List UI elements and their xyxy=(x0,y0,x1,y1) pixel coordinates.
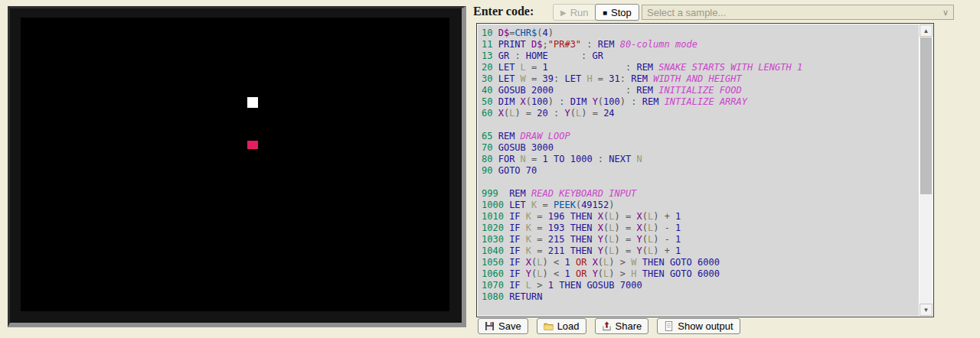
code-line[interactable]: 1020 IF K = 193 THEN X(L) = X(L) - 1 xyxy=(482,223,919,234)
code-line[interactable]: 1040 IF K = 211 THEN Y(L) = Y(L) + 1 xyxy=(482,245,919,257)
enter-code-label: Enter code: xyxy=(473,5,534,18)
code-line[interactable]: 999 REM READ KEYBOARD INPUT xyxy=(482,188,919,200)
code-line[interactable]: 13 GR : HOME : GR xyxy=(482,50,919,62)
scrollbar-thumb[interactable] xyxy=(920,37,932,194)
stop-button-label: Stop xyxy=(611,7,632,18)
share-button[interactable]: Share xyxy=(595,318,649,334)
code-line[interactable]: 40 GOSUB 2000 : REM INITIALIZE FOOD xyxy=(482,85,919,96)
code-line[interactable]: 11 PRINT D$;"PR#3" : REM 80-column mode xyxy=(482,39,919,50)
code-content[interactable]: 10 D$=CHR$(4)11 PRINT D$;"PR#3" : REM 80… xyxy=(478,24,919,316)
save-button[interactable]: Save xyxy=(478,318,528,334)
code-line[interactable]: 60 X(L) = 20 : Y(L) = 24 xyxy=(482,108,919,119)
document-icon xyxy=(664,321,674,331)
code-line[interactable]: 10 D$=CHR$(4) xyxy=(482,28,919,39)
run-button[interactable]: ▶ Run xyxy=(553,4,596,21)
code-line[interactable]: 1010 IF K = 196 THEN X(L) = X(L) + 1 xyxy=(482,211,919,223)
sample-select-value: Select a sample... xyxy=(647,7,942,18)
code-line[interactable]: 1070 IF L > 1 THEN GOSUB 7000 xyxy=(482,280,919,291)
share-button-label: Share xyxy=(616,320,642,332)
sample-select[interactable]: Select a sample... ∨ xyxy=(642,5,954,20)
code-line[interactable] xyxy=(482,119,919,131)
code-line[interactable]: 1999 REM INITIALIZE FOOD xyxy=(482,314,919,316)
apple2-screen[interactable] xyxy=(21,18,449,311)
save-button-label: Save xyxy=(498,320,521,332)
chevron-down-icon: ∨ xyxy=(942,8,949,18)
code-line[interactable]: 90 GOTO 70 xyxy=(482,165,919,177)
code-line[interactable]: 70 GOSUB 3000 xyxy=(482,142,919,154)
code-line[interactable]: 65 REM DRAW LOOP xyxy=(482,131,919,142)
code-line[interactable] xyxy=(482,303,919,314)
stop-button[interactable]: ■ Stop xyxy=(595,4,639,21)
food-block xyxy=(247,141,258,149)
folder-icon xyxy=(544,321,554,331)
jsbasic-app: Enter code: ▶ Run ■ Stop Select a sample… xyxy=(0,0,980,338)
code-line[interactable]: 30 LET W = 39: LET H = 31: REM WIDTH AND… xyxy=(482,73,919,85)
code-line[interactable]: 1000 LET K = PEEK(49152) xyxy=(482,200,919,211)
footer-toolbar: Save Load Share xyxy=(478,318,740,334)
monitor-bezel xyxy=(8,6,466,327)
code-line[interactable]: 1030 IF K = 215 THEN Y(L) = Y(L) - 1 xyxy=(482,234,919,245)
code-line[interactable]: 1060 IF Y(L) < 1 OR Y(L) > H THEN GOTO 6… xyxy=(482,268,919,280)
show-output-button[interactable]: Show output xyxy=(657,318,740,334)
code-line[interactable]: 80 FOR N = 1 TO 1000 : NEXT N xyxy=(482,154,919,165)
load-button-label: Load xyxy=(557,320,580,332)
code-editor[interactable]: 10 D$=CHR$(4)11 PRINT D$;"PR#3" : REM 80… xyxy=(476,23,934,317)
show-output-button-label: Show output xyxy=(678,320,733,332)
code-line[interactable]: 20 LET L = 1 : REM SNAKE STARTS WITH LEN… xyxy=(482,62,919,73)
stop-square-icon: ■ xyxy=(603,8,607,17)
play-icon: ▶ xyxy=(560,8,567,17)
code-line[interactable]: 1080 RETURN xyxy=(482,291,919,303)
code-line[interactable]: 50 DIM X(100) : DIM Y(100) : REM INTIALI… xyxy=(482,96,919,108)
snake-block xyxy=(247,97,258,108)
code-line[interactable] xyxy=(482,177,919,188)
editor-scrollbar[interactable]: ▲ ▼ xyxy=(920,24,933,316)
code-line[interactable]: 1050 IF X(L) < 1 OR X(L) > W THEN GOTO 6… xyxy=(482,257,919,268)
load-button[interactable]: Load xyxy=(537,318,586,334)
share-arrow-icon xyxy=(602,321,612,331)
scroll-down-button[interactable]: ▼ xyxy=(920,304,933,316)
scroll-up-button[interactable]: ▲ xyxy=(920,24,933,37)
run-button-label: Run xyxy=(570,7,589,18)
floppy-disk-icon xyxy=(485,321,495,331)
